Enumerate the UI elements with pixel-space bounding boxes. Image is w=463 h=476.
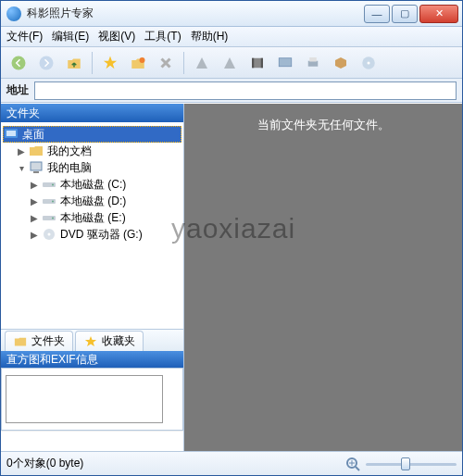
tab-favorites[interactable]: 收藏夹 bbox=[75, 331, 144, 351]
folders-pane-header: 文件夹 bbox=[1, 104, 183, 122]
drive-icon bbox=[42, 194, 56, 208]
menu-bar: 文件(F) 编辑(E) 视图(V) 工具(T) 帮助(H) bbox=[1, 27, 462, 47]
content-view: 当前文件夹无任何文件。 bbox=[184, 104, 462, 451]
title-bar: 科影照片专家 — ▢ ✕ bbox=[1, 1, 462, 27]
svg-rect-8 bbox=[309, 57, 317, 62]
menu-view[interactable]: 视图(V) bbox=[98, 29, 135, 44]
empty-message: 当前文件夹无任何文件。 bbox=[257, 117, 390, 133]
status-objects: 0个对象(0 byte) bbox=[6, 456, 83, 471]
svg-point-1 bbox=[40, 56, 54, 69]
forward-button[interactable] bbox=[34, 51, 58, 75]
tree-drive-d[interactable]: ▶ 本地磁盘 (D:) bbox=[29, 193, 181, 209]
address-label: 地址 bbox=[6, 82, 29, 98]
menu-help[interactable]: 帮助(H) bbox=[191, 29, 229, 44]
svg-rect-5 bbox=[261, 57, 263, 68]
svg-rect-6 bbox=[279, 57, 292, 66]
expand-icon[interactable]: ▶ bbox=[29, 230, 40, 240]
svg-point-18 bbox=[52, 201, 54, 203]
up-button[interactable] bbox=[62, 51, 86, 75]
film-button[interactable] bbox=[245, 51, 269, 75]
star-icon bbox=[83, 335, 98, 348]
address-input[interactable] bbox=[34, 81, 457, 100]
histogram-canvas bbox=[6, 375, 163, 423]
new-folder-button[interactable] bbox=[126, 51, 150, 75]
disc-button[interactable] bbox=[357, 51, 381, 75]
folder-icon bbox=[29, 144, 44, 158]
tree-desktop[interactable]: 桌面 bbox=[3, 126, 181, 143]
menu-tool[interactable]: 工具(T) bbox=[144, 29, 181, 44]
rotate-left-button[interactable] bbox=[190, 51, 214, 75]
tree-mycomputer[interactable]: ▾ 我的电脑 bbox=[16, 159, 181, 176]
box-button[interactable] bbox=[329, 51, 353, 75]
slider-thumb[interactable] bbox=[401, 457, 410, 470]
expand-icon[interactable]: ▶ bbox=[29, 213, 40, 223]
svg-point-0 bbox=[12, 56, 26, 69]
toolbar bbox=[1, 47, 462, 79]
svg-rect-4 bbox=[252, 57, 254, 68]
expand-icon[interactable]: ▶ bbox=[16, 146, 27, 157]
slideshow-button[interactable] bbox=[273, 51, 297, 75]
rotate-right-button[interactable] bbox=[218, 51, 242, 75]
app-icon bbox=[6, 6, 21, 21]
histogram-box bbox=[1, 368, 183, 431]
expand-icon[interactable]: ▶ bbox=[29, 180, 40, 190]
favorite-button[interactable] bbox=[98, 51, 122, 75]
svg-rect-14 bbox=[33, 171, 39, 173]
maximize-button[interactable]: ▢ bbox=[392, 5, 418, 23]
tree-drive-e[interactable]: ▶ 本地磁盘 (E:) bbox=[29, 209, 181, 226]
drive-icon bbox=[42, 177, 56, 192]
svg-point-20 bbox=[52, 218, 54, 219]
expand-icon[interactable]: ▶ bbox=[29, 196, 40, 207]
window-title: 科影照片专家 bbox=[27, 6, 364, 21]
delete-button[interactable] bbox=[154, 51, 178, 75]
status-bar: 0个对象(0 byte) bbox=[1, 451, 462, 475]
collapse-icon[interactable]: ▾ bbox=[16, 163, 27, 173]
tree-drive-c[interactable]: ▶ 本地磁盘 (C:) bbox=[29, 176, 181, 193]
tab-folders[interactable]: 文件夹 bbox=[5, 331, 73, 351]
svg-rect-12 bbox=[6, 131, 16, 136]
svg-point-16 bbox=[52, 184, 54, 186]
menu-edit[interactable]: 编辑(E) bbox=[52, 29, 89, 44]
desktop-icon bbox=[4, 127, 19, 142]
address-bar: 地址 bbox=[1, 79, 462, 103]
close-button[interactable]: ✕ bbox=[419, 5, 458, 23]
print-button[interactable] bbox=[301, 51, 325, 75]
info-pane-header: 直方图和EXIF信息 bbox=[1, 351, 183, 368]
folder-icon bbox=[13, 335, 28, 348]
svg-line-24 bbox=[356, 467, 359, 470]
zoom-icon[interactable] bbox=[345, 457, 360, 471]
zoom-slider[interactable] bbox=[366, 456, 457, 472]
menu-file[interactable]: 文件(F) bbox=[6, 29, 43, 44]
svg-point-10 bbox=[368, 61, 370, 64]
svg-point-2 bbox=[140, 57, 145, 63]
minimize-button[interactable]: — bbox=[364, 5, 390, 23]
computer-icon bbox=[29, 160, 44, 175]
exif-box bbox=[1, 431, 183, 451]
dvd-icon bbox=[42, 227, 56, 242]
back-button[interactable] bbox=[6, 51, 31, 75]
left-tabs: 文件夹 收藏夹 bbox=[1, 329, 183, 351]
tree-drive-g[interactable]: ▶ DVD 驱动器 (G:) bbox=[29, 226, 181, 243]
drive-icon bbox=[42, 210, 56, 225]
tree-mydocs[interactable]: ▶ 我的文档 bbox=[16, 143, 181, 159]
folder-tree[interactable]: 桌面 ▶ 我的文档 ▾ 我的电脑 ▶ 本地磁盘 (C:) bbox=[1, 122, 183, 329]
svg-rect-7 bbox=[308, 60, 319, 66]
svg-point-22 bbox=[48, 233, 51, 236]
svg-rect-13 bbox=[31, 162, 42, 170]
